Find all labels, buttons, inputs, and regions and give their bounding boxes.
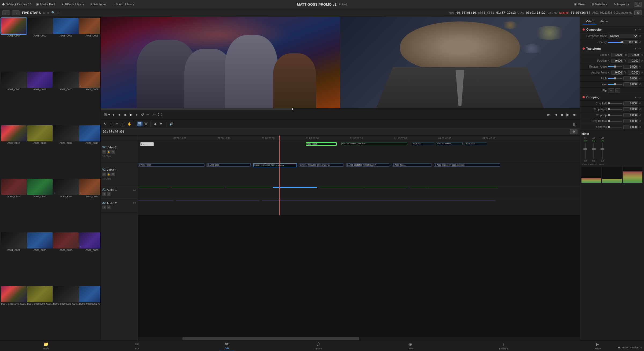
media-thumb-a001_c002[interactable]: A001_C002 [27, 18, 53, 71]
v1-lock-btn[interactable]: 🔒 [107, 173, 111, 176]
v2-link-btn[interactable]: ⛓ [111, 150, 115, 154]
v2-clip-a001-c005[interactable]: A001_C005 [306, 142, 337, 146]
blade-tool[interactable]: ✂ [115, 122, 119, 126]
crop-left-reset[interactable]: ↺ [639, 102, 641, 105]
media-thumb-a002_c16[interactable]: ♪A002_C16 [53, 179, 79, 232]
a1-clip-7[interactable]: ⊡ A00... [410, 187, 427, 187]
a1-clip-2[interactable]: ⊡ A002_C007 [171, 187, 224, 187]
play-reverse-btn[interactable]: ◄ [116, 112, 122, 117]
media-thumb-a002_c009[interactable]: ♪A002_C009 [79, 72, 100, 125]
media-thumb-a001_c006[interactable]: A001_C006 [1, 72, 27, 125]
crop-top-input[interactable] [623, 113, 638, 117]
razor-tool[interactable]: ⊞ [120, 122, 125, 126]
timeline-settings[interactable]: ⚙ [570, 129, 577, 134]
preview-source[interactable] [101, 17, 340, 108]
tab-color[interactable]: ◉ Color [402, 341, 419, 351]
edit-index-nav[interactable]: ≡ Edit Index [89, 2, 108, 7]
position-reset[interactable]: ↺ [641, 59, 643, 62]
transform-section-header[interactable]: Transform ▼ ••• [580, 45, 644, 52]
v1-clip-a002-c007[interactable]: ⊡ A002_C007 [138, 163, 204, 167]
media-thumb-b001_03302028_c04___[interactable]: B001_03302028_C04... [53, 286, 79, 339]
prog-stop[interactable]: ■ [560, 112, 564, 117]
loop-btn[interactable]: ↺ [140, 112, 145, 117]
media-thumb-a002_c007[interactable]: A002_C007 [27, 72, 53, 125]
softness-input[interactable] [623, 125, 638, 129]
v1-eye-btn[interactable]: 👁 [102, 173, 106, 176]
media-thumb-b001_03301946_c02___[interactable]: B001_03301946_C02... [1, 286, 27, 339]
softness-reset[interactable]: ↺ [639, 126, 641, 129]
v1-clip-a001-selected[interactable]: ⊡ A001_03211508_C001.braw.mov [253, 163, 297, 167]
crop-top-slider[interactable] [608, 115, 622, 116]
effects-library-nav[interactable]: ✦ Effects Library [60, 2, 86, 7]
audio-meter[interactable]: |||| [572, 122, 577, 126]
timeline-scrollbar[interactable] [138, 337, 580, 340]
mixer-ch-m1-fader[interactable] [602, 143, 603, 159]
crop-top-reset[interactable]: ↺ [639, 114, 641, 117]
anchor-y-input[interactable] [628, 71, 640, 75]
media-thumb-a002_c013[interactable]: A002_C013 [79, 125, 100, 178]
hand-tool[interactable]: ✋ [126, 122, 133, 126]
metadata-nav[interactable]: ⊡ Metadata [590, 2, 609, 7]
settings-btn[interactable]: ⚙ [634, 10, 642, 15]
out-point-btn[interactable]: ⊢ [152, 112, 157, 117]
media-thumb-a002_c010[interactable]: A002_C010 [1, 125, 27, 178]
crop-right-input[interactable] [623, 107, 638, 111]
prog-prev-btn[interactable]: ⏮ [546, 112, 552, 117]
a1-clip-5[interactable]: ⊡ A001_03211508_C001.braw.mov [319, 187, 363, 187]
v1-clip-6[interactable]: ⊡ A001_0321... [392, 163, 432, 167]
inspector-nav[interactable]: ✎ Inspector [612, 2, 631, 7]
stop-btn[interactable]: ■ [123, 112, 127, 117]
v1-clip-7[interactable]: ⊡ A001_03211519_C002.braw.mov [434, 163, 500, 167]
rotation-slider[interactable] [608, 66, 622, 67]
crop-bottom-reset[interactable]: ↺ [639, 120, 641, 123]
pos-y-input[interactable] [628, 59, 640, 63]
media-thumb-a002_c012[interactable]: A002_C012 [53, 125, 79, 178]
composite-section-header[interactable]: Composite ▼ ••• [580, 26, 644, 33]
cropping-more[interactable]: ••• [638, 96, 641, 99]
media-thumb-a002_c020[interactable]: ♪A002_C020 [79, 232, 100, 286]
v2-clip-b001-2[interactable]: B001_03302052... [436, 142, 463, 145]
media-thumb-a002_c008[interactable]: A002_C008 [53, 72, 79, 125]
prog-play-reverse[interactable]: ◄ [553, 112, 559, 117]
marker-tool[interactable]: ◆ [153, 122, 158, 126]
a1-solo-btn[interactable]: M [107, 192, 111, 196]
mixer-expand-btn[interactable]: ⋯ [640, 132, 642, 135]
in-point-btn[interactable]: ⊣ [145, 112, 151, 117]
a1-clip-3[interactable]: ⊡ A002_B008 [226, 187, 271, 187]
flip-h-btn[interactable]: ↔ [608, 88, 614, 93]
media-thumb-a001_c001[interactable]: A001_C001 [53, 18, 79, 71]
mixer-nav[interactable]: ⊞ Mixer [573, 2, 587, 7]
v1-clip-4[interactable]: ⊡ A001_03211508_C001.braw.mov [299, 163, 343, 167]
crop-right-reset[interactable]: ↺ [639, 108, 641, 111]
audio-level-btn[interactable]: 🔊 [168, 122, 174, 126]
opacity-reset[interactable]: ↺ [639, 41, 641, 44]
tab-media[interactable]: 📁 Media [38, 341, 55, 351]
tab-deliver[interactable]: ▶ Deliver [588, 341, 606, 351]
a2-clip-2[interactable]: 373_full_new-frontier_0175.wav [176, 200, 260, 201]
opacity-input[interactable] [623, 40, 638, 44]
opacity-slider[interactable] [608, 42, 622, 43]
a2-solo-btn[interactable]: M [107, 206, 111, 209]
composite-mode-select[interactable]: Normal [608, 34, 638, 38]
media-thumb-b002_03302052_c00___[interactable]: B002_03302052_C00... [79, 286, 100, 339]
mixer-ch-a1-eq[interactable]: EQ [584, 140, 587, 142]
rotation-reset[interactable]: ↺ [639, 65, 641, 68]
next-frame-btn[interactable]: ▸ [135, 112, 139, 117]
mixer-ch-a2-fader[interactable] [593, 143, 594, 159]
media-thumb-a002_c014[interactable]: A002_C014 [1, 179, 27, 232]
anchor-reset[interactable]: ↺ [641, 71, 643, 74]
scrubber-bar[interactable] [101, 108, 580, 110]
flip-v-btn[interactable]: ↕ [615, 88, 620, 93]
v2-eye-btn[interactable]: 👁 [102, 150, 106, 154]
snap-tool[interactable]: ⊠ [144, 122, 148, 126]
v2-clip-pop[interactable]: Pop... [140, 142, 153, 146]
tab-audio[interactable]: Audio [597, 19, 611, 24]
link-tool[interactable]: ⛓ [137, 122, 142, 126]
media-thumb-a001_c004[interactable]: A001_C004 [1, 18, 27, 71]
yaw-slider[interactable] [608, 84, 622, 85]
media-thumb-a002_c018[interactable]: A002_C018 [27, 232, 53, 286]
v2-clip-b001-1[interactable]: B001_033... [412, 142, 434, 145]
flag-tool[interactable]: ⚑ [159, 122, 164, 126]
tab-fusion[interactable]: ⬡ Fusion [309, 341, 327, 351]
crop-left-slider[interactable] [608, 103, 622, 104]
